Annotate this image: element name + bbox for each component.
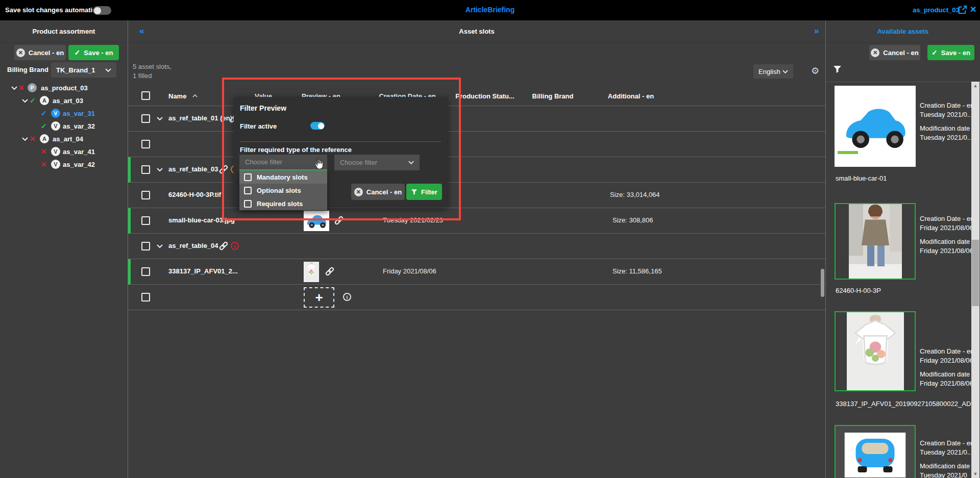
scroll-down-icon[interactable]: ▼ xyxy=(971,470,979,478)
export-icon[interactable] xyxy=(958,5,967,15)
tree-item-label: as_art_03 xyxy=(53,97,83,105)
option-required-slots[interactable]: Required slots xyxy=(239,197,327,210)
column-additional[interactable]: Additional - en xyxy=(608,92,654,100)
link-icon[interactable] xyxy=(334,215,344,225)
tree-item-product[interactable]: ✕ P as_product_03 xyxy=(0,82,128,94)
watermark xyxy=(838,151,858,154)
table-row[interactable]: as_ref_table_04 i xyxy=(128,234,825,259)
cell-creation-date: Friday 2021/08/06 xyxy=(383,267,436,275)
filter-type-select-open[interactable]: Choose filter xyxy=(239,155,327,170)
creation-date-value: Tuesday 2021/0... xyxy=(920,110,974,119)
tree-item-variant[interactable]: ✓ V as_var_32 xyxy=(0,120,128,133)
modification-date-label: Modification date xyxy=(920,370,974,379)
tshirt-image xyxy=(304,262,319,282)
column-name[interactable]: Name xyxy=(168,92,186,100)
creation-date-label: Creation Date - en xyxy=(920,101,974,110)
checkbox[interactable] xyxy=(244,173,252,181)
center-panel-title: Asset slots xyxy=(128,28,825,35)
preview-thumbnail[interactable] xyxy=(304,211,329,231)
select-all-checkbox[interactable] xyxy=(141,91,150,100)
option-mandatory-slots[interactable]: Mandatory slots xyxy=(239,170,327,184)
asset-card-image[interactable] xyxy=(835,425,916,478)
right-save-button[interactable]: ✓ Save - en xyxy=(927,45,974,60)
preview-thumbnail[interactable] xyxy=(304,262,319,282)
collapse-right-icon[interactable]: » xyxy=(814,26,819,36)
popup-filter-button[interactable]: Filter xyxy=(406,184,442,200)
creation-date-value: Friday 2021/08/06 xyxy=(920,223,974,233)
cancel-x-icon: ✕ xyxy=(354,188,363,196)
filter-preview-popup: Filter Preview Filter active Filter requ… xyxy=(234,97,448,208)
column-billing-brand[interactable]: Billing Brand xyxy=(532,92,574,100)
asset-card-image[interactable] xyxy=(835,86,916,167)
add-asset-button[interactable]: + xyxy=(304,287,334,308)
row-checkbox[interactable] xyxy=(141,242,150,250)
filter-value-select[interactable]: Choose filter xyxy=(334,155,420,170)
chevron-down-icon[interactable] xyxy=(22,137,28,141)
link-icon[interactable] xyxy=(325,266,335,276)
row-checkbox[interactable] xyxy=(141,165,150,174)
row-checkbox[interactable] xyxy=(141,293,150,301)
tree-item-article[interactable]: ✕ A as_art_04 xyxy=(0,133,128,145)
option-optional-slots[interactable]: Optional slots xyxy=(239,184,327,197)
checkbox[interactable] xyxy=(244,200,252,208)
row-checkbox[interactable] xyxy=(141,191,150,199)
tree-item-label: as_var_41 xyxy=(63,148,95,156)
toggle-knob xyxy=(318,123,324,129)
chevron-down-icon[interactable] xyxy=(11,86,17,90)
slot-count: 5 asset slots, xyxy=(133,63,172,70)
row-checkbox[interactable] xyxy=(141,267,150,276)
scroll-up-icon[interactable]: ▲ xyxy=(971,82,979,90)
asset-card-image[interactable] xyxy=(835,311,916,391)
filter-icon[interactable] xyxy=(833,65,842,73)
left-cancel-label: Cancel - en xyxy=(29,49,64,57)
tree-item-article[interactable]: ✓ A as_art_03 xyxy=(0,94,128,107)
scrollbar-thumb[interactable] xyxy=(972,240,979,306)
vertical-scrollbar-thumb[interactable] xyxy=(821,269,824,297)
divider xyxy=(240,141,441,142)
row-checkbox[interactable] xyxy=(141,216,150,225)
popup-cancel-button[interactable]: ✕ Cancel - en xyxy=(351,184,405,200)
right-cancel-button[interactable]: ✕ Cancel - en xyxy=(869,45,920,60)
billing-brand-select[interactable]: TK_Brand_1 xyxy=(51,62,116,78)
row-checkbox[interactable] xyxy=(141,114,150,123)
chevron-down-icon[interactable] xyxy=(157,244,163,248)
left-save-button[interactable]: ✓ Save - en xyxy=(68,45,119,60)
checkbox[interactable] xyxy=(244,187,252,194)
tree-item-variant[interactable]: ✕ V as_var_42 xyxy=(0,158,128,171)
product-link[interactable]: as_product_03 xyxy=(913,6,960,14)
column-production-status[interactable]: Production Statu... xyxy=(455,92,514,100)
table-row[interactable]: as_ref_table_01 (en) xyxy=(128,106,825,132)
close-icon[interactable]: ✕ xyxy=(970,5,976,14)
scrollbar-track[interactable]: ▲ ▼ xyxy=(971,82,979,478)
error-info-icon[interactable]: i xyxy=(231,242,239,250)
table-row[interactable]: small-blue-car-03.jpg Tuesday 2021/02/23… xyxy=(128,208,825,234)
tree-item-variant[interactable]: ✕ V as_var_41 xyxy=(0,145,128,158)
option-label: Optional slots xyxy=(257,187,301,194)
row-name: small-blue-car-03.jpg xyxy=(168,216,235,224)
link-icon[interactable] xyxy=(218,164,229,174)
chevron-down-icon[interactable] xyxy=(157,168,163,171)
chevron-down-icon[interactable] xyxy=(22,99,28,103)
table-row[interactable]: 62460-H-00-3P.tif Size: 33,014,064 xyxy=(128,183,825,208)
tree-item-variant-selected[interactable]: ✓ V as_var_31 xyxy=(0,107,128,120)
gear-icon[interactable]: ⚙ xyxy=(811,65,819,76)
approved-icon: ✓ xyxy=(41,109,47,117)
table-row[interactable]: 338137_IP_AFV01_2... Friday 2021/08/06 S… xyxy=(128,259,825,285)
car-rear-image xyxy=(836,433,915,477)
language-select[interactable]: English xyxy=(753,64,793,79)
row-checkbox[interactable] xyxy=(141,140,150,148)
car-image xyxy=(304,211,329,231)
info-icon[interactable]: i xyxy=(343,293,351,301)
row-name: as_ref_table_04 xyxy=(168,242,218,249)
row-name: 62460-H-00-3P.tif xyxy=(168,191,221,198)
filter-active-toggle[interactable] xyxy=(310,122,325,130)
left-cancel-button[interactable]: ✕ Cancel - en xyxy=(14,45,66,60)
table-row[interactable]: as_ref_table_03 i xyxy=(128,157,825,183)
approved-icon: ✓ xyxy=(41,122,47,130)
asset-card-image[interactable] xyxy=(835,203,916,280)
modification-date-value: Friday 2021/08/06 xyxy=(920,246,974,256)
chevron-down-icon[interactable] xyxy=(157,117,163,120)
link-icon[interactable] xyxy=(218,241,229,251)
chevron-down-icon xyxy=(408,161,414,164)
table-row[interactable] xyxy=(128,132,825,157)
